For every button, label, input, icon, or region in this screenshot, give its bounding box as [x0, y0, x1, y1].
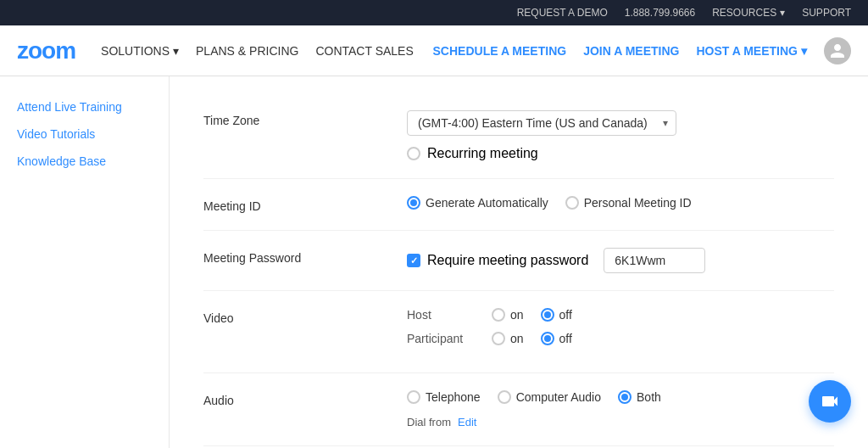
generate-auto-radio[interactable] — [407, 196, 420, 210]
password-row: Meeting Password Require meeting passwor… — [203, 231, 834, 291]
meeting-id-radio-group: Generate Automatically Personal Meeting … — [407, 196, 834, 210]
require-password-checkbox[interactable] — [407, 254, 420, 267]
support-link[interactable]: SUPPORT — [802, 7, 851, 19]
meeting-id-row: Meeting ID Generate Automatically Person… — [203, 179, 834, 231]
phone-number: 1.888.799.9666 — [625, 7, 695, 19]
top-bar: REQUEST A DEMO 1.888.799.9666 RESOURCES … — [0, 0, 868, 25]
nav-left: SOLUTIONS ▾ PLANS & PRICING CONTACT SALE… — [101, 44, 432, 58]
page-layout: Attend Live Training Video Tutorials Kno… — [0, 76, 868, 448]
telephone-label: Telephone — [426, 390, 481, 404]
timezone-row: Time Zone (GMT-4:00) Eastern Time (US an… — [203, 93, 834, 179]
both-radio[interactable] — [618, 390, 632, 404]
participant-sub-label: Participant — [407, 332, 475, 345]
computer-audio-label: Computer Audio — [516, 390, 601, 404]
sidebar-item-attend-live-training[interactable]: Attend Live Training — [0, 93, 169, 120]
host-sub-label: Host — [407, 308, 475, 322]
participant-on-label: on — [510, 332, 524, 345]
participant-off-label: off — [559, 332, 572, 345]
timezone-select-wrap: (GMT-4:00) Eastern Time (US and Canada) … — [407, 110, 676, 136]
audio-label: Audio — [203, 390, 373, 407]
audio-radio-group: Telephone Computer Audio Both — [407, 390, 834, 404]
host-off-option[interactable]: off — [541, 308, 572, 322]
participant-video-group: on off — [492, 332, 572, 345]
chevron-down-icon: ▾ — [780, 7, 785, 19]
personal-meeting-label: Personal Meeting ID — [584, 196, 692, 210]
audio-row: Audio Telephone Computer Audio — [203, 373, 834, 446]
logo[interactable]: zoom — [17, 37, 75, 64]
computer-audio-radio[interactable] — [498, 390, 511, 404]
host-video-row: Host on off — [407, 308, 834, 322]
timezone-controls: (GMT-4:00) Eastern Time (US and Canada) … — [407, 110, 834, 161]
video-fab-button[interactable] — [809, 380, 851, 423]
dial-edit-link[interactable]: Edit — [458, 416, 476, 428]
audio-options: Telephone Computer Audio Both Dial from — [407, 390, 834, 428]
sidebar-item-knowledge-base[interactable]: Knowledge Base — [0, 148, 169, 175]
participant-off-option[interactable]: off — [541, 332, 572, 345]
both-label: Both — [637, 390, 661, 404]
password-controls: Require meeting password — [407, 248, 834, 273]
host-meeting-link[interactable]: HOST A MEETING ▾ — [696, 44, 807, 58]
join-meeting-link[interactable]: JOIN A MEETING — [583, 44, 679, 58]
contact-sales-link[interactable]: CONTACT SALES — [315, 44, 413, 58]
chevron-down-icon: ▾ — [173, 44, 179, 58]
timezone-select[interactable]: (GMT-4:00) Eastern Time (US and Canada) — [407, 110, 676, 136]
solutions-menu[interactable]: SOLUTIONS ▾ — [101, 44, 179, 58]
nav-right: SCHEDULE A MEETING JOIN A MEETING HOST A… — [433, 37, 851, 64]
meeting-id-controls: Generate Automatically Personal Meeting … — [407, 196, 834, 210]
host-on-radio[interactable] — [492, 308, 505, 322]
require-password-label: Require meeting password — [427, 253, 588, 268]
both-option[interactable]: Both — [618, 390, 661, 404]
meeting-id-label: Meeting ID — [203, 196, 373, 213]
password-input[interactable] — [604, 248, 705, 273]
host-off-radio[interactable] — [541, 308, 554, 322]
telephone-option[interactable]: Telephone — [407, 390, 481, 404]
video-row: Video Host on off — [203, 291, 834, 373]
sidebar: Attend Live Training Video Tutorials Kno… — [0, 76, 170, 448]
host-on-label: on — [510, 308, 524, 322]
sidebar-item-video-tutorials[interactable]: Video Tutorials — [0, 120, 169, 148]
request-demo-link[interactable]: REQUEST A DEMO — [517, 7, 608, 19]
host-video-group: on off — [492, 308, 572, 322]
schedule-meeting-link[interactable]: SCHEDULE A MEETING — [433, 44, 567, 58]
user-avatar[interactable] — [824, 37, 851, 64]
dial-from-label: Dial from — [407, 416, 451, 428]
timezone-label: Time Zone — [203, 110, 373, 127]
password-label: Meeting Password — [203, 248, 373, 265]
recurring-radio[interactable] — [407, 147, 420, 160]
generate-auto-option[interactable]: Generate Automatically — [407, 196, 548, 210]
personal-meeting-radio[interactable] — [565, 196, 579, 210]
audio-controls: Telephone Computer Audio Both Dial from — [407, 390, 834, 428]
recurring-row: Recurring meeting — [407, 146, 834, 161]
host-on-option[interactable]: on — [492, 308, 524, 322]
participant-on-radio[interactable] — [492, 332, 505, 345]
video-controls: Host on off Participant — [407, 308, 834, 356]
computer-audio-option[interactable]: Computer Audio — [498, 390, 601, 404]
plans-pricing-link[interactable]: PLANS & PRICING — [196, 44, 298, 58]
personal-meeting-option[interactable]: Personal Meeting ID — [565, 196, 692, 210]
participant-on-option[interactable]: on — [492, 332, 524, 345]
telephone-radio[interactable] — [407, 390, 420, 404]
generate-auto-label: Generate Automatically — [426, 196, 548, 210]
dial-from-row: Dial from Edit — [407, 416, 834, 428]
video-label: Video — [203, 308, 373, 325]
main-content: Time Zone (GMT-4:00) Eastern Time (US an… — [170, 76, 868, 448]
participant-video-row: Participant on off — [407, 332, 834, 345]
password-group: Require meeting password — [407, 248, 834, 273]
recurring-label: Recurring meeting — [427, 146, 538, 161]
chevron-down-icon: ▾ — [801, 44, 807, 58]
main-nav: zoom SOLUTIONS ▾ PLANS & PRICING CONTACT… — [0, 25, 868, 76]
resources-menu[interactable]: RESOURCES ▾ — [712, 7, 785, 19]
host-off-label: off — [559, 308, 572, 322]
participant-off-radio[interactable] — [541, 332, 554, 345]
